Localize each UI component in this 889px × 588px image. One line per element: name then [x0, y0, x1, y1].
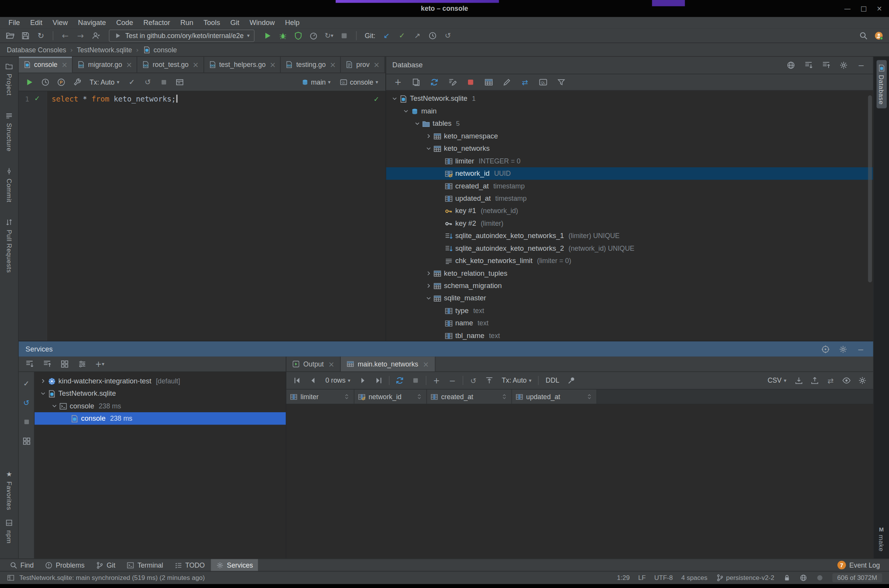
prev-icon[interactable] — [307, 375, 318, 386]
services-tree-row-kind-watcherx-integration-test[interactable]: kind-watcherx-integration-test[default] — [35, 375, 286, 387]
toolwindow-commit-button[interactable]: Commit — [5, 167, 13, 202]
commit-check-icon[interactable]: ✓ — [126, 76, 137, 87]
tab-close-icon[interactable]: × — [328, 360, 335, 368]
parameters-icon[interactable]: P — [56, 76, 67, 87]
pin-icon[interactable] — [566, 375, 577, 386]
menu-help[interactable]: Help — [280, 19, 305, 27]
session-select[interactable]: QLconsole▾ — [337, 78, 380, 86]
toolwindow-services-button[interactable]: Services — [211, 559, 258, 571]
editor-tab-console[interactable]: console× — [19, 57, 73, 72]
scrollbar[interactable] — [868, 95, 872, 283]
tab-close-icon[interactable]: × — [62, 60, 68, 69]
output-tab-output[interactable]: Output× — [286, 356, 341, 371]
user-icon[interactable] — [90, 30, 101, 41]
lock-icon[interactable] — [783, 574, 791, 582]
rollback-blue-icon[interactable]: ↺ — [21, 397, 32, 408]
web-icon[interactable] — [785, 60, 796, 71]
db-tree-row-schema-migration[interactable]: schema_migration — [386, 280, 873, 292]
reload-icon[interactable] — [394, 375, 405, 386]
db-tree-row-created-at[interactable]: created_attimestamp — [386, 180, 873, 192]
wrench-icon[interactable] — [72, 76, 83, 87]
db-tree-row-keto-relation-tuples[interactable]: keto_relation_tuples — [386, 267, 873, 279]
ddl-button[interactable]: DDL — [543, 376, 561, 385]
execute-icon[interactable] — [24, 76, 35, 87]
editor-tab-testing-go[interactable]: GOtesting.go× — [281, 57, 341, 72]
expand-all-icon[interactable] — [24, 358, 35, 370]
profiler-icon[interactable] — [308, 30, 319, 41]
history-icon[interactable] — [40, 76, 51, 87]
chevron-down-icon[interactable] — [423, 144, 433, 153]
next-icon[interactable] — [357, 375, 368, 386]
output-tab-main-keto-networks[interactable]: main.keto_networks× — [341, 356, 435, 371]
minimize-icon[interactable]: — — [844, 5, 851, 12]
sync-status-text[interactable]: TestNetwork.sqlite: main synchronized (5… — [19, 575, 205, 581]
toolwindow-make-button[interactable]: M make — [878, 526, 885, 552]
collapse-all-icon[interactable] — [821, 60, 832, 71]
swap-icon[interactable]: ⇄ — [519, 77, 531, 88]
stop-gray2-icon[interactable] — [410, 375, 421, 386]
breadcrumb-database-consoles[interactable]: Database Consoles — [7, 46, 66, 54]
rerun-icon[interactable]: ↻▾ — [323, 30, 335, 41]
tab-close-icon[interactable]: × — [423, 360, 429, 368]
file-encoding[interactable]: UTF-8 — [654, 575, 673, 581]
toolwindow-project-button[interactable]: Project — [5, 62, 13, 95]
sort-icon[interactable] — [501, 393, 508, 400]
update-icon[interactable]: ↙ — [381, 30, 392, 41]
upload-icon[interactable] — [484, 375, 495, 386]
toolwindow-find-button[interactable]: Find — [5, 559, 39, 571]
add-service-icon[interactable]: +▾ — [94, 358, 105, 370]
editor-tab-prov[interactable]: prov× — [341, 57, 385, 72]
push-icon[interactable]: ↗ — [411, 30, 423, 41]
menu-window[interactable]: Window — [245, 19, 280, 27]
db-tree-row-main[interactable]: main — [386, 105, 873, 117]
chevron-down-icon[interactable] — [49, 402, 59, 410]
add-icon[interactable]: + — [392, 77, 403, 88]
group-icon[interactable] — [59, 358, 70, 370]
sql-editor[interactable]: 1 ✓ select * from keto_networks; ✓ — [19, 91, 386, 341]
run-icon[interactable] — [262, 30, 273, 41]
menu-git[interactable]: Git — [225, 19, 245, 27]
gear-icon[interactable] — [857, 375, 868, 386]
toolwindow-structure-button[interactable]: Structure — [5, 112, 13, 152]
db-tree-row-name[interactable]: nametext — [386, 317, 873, 329]
sort-icon[interactable] — [586, 393, 593, 400]
grid-column-created-at[interactable]: created_at — [427, 390, 512, 404]
services-tree-row-testnetwork-sqlite[interactable]: TestNetwork.sqlite — [35, 387, 286, 400]
open-folder-icon[interactable] — [5, 30, 16, 41]
menu-edit[interactable]: Edit — [25, 19, 47, 27]
maximize-icon[interactable]: □ — [861, 5, 867, 12]
db-tree-row-key-2[interactable]: key #2(limiter) — [386, 217, 873, 230]
first-icon[interactable] — [291, 375, 303, 386]
export-format-select[interactable]: CSV▾ — [765, 376, 789, 385]
output-mode-icon[interactable] — [174, 76, 185, 87]
chevron-down-icon[interactable] — [412, 119, 422, 128]
toolwindow-todo-button[interactable]: TODO — [169, 559, 210, 571]
edit-source-icon[interactable] — [447, 77, 458, 88]
close-icon[interactable]: × — [876, 5, 882, 12]
sort-icon[interactable] — [343, 393, 350, 400]
refresh-icon[interactable] — [429, 77, 440, 88]
search-icon[interactable] — [858, 30, 869, 41]
tab-close-icon[interactable]: × — [270, 60, 276, 69]
toolwindow-pull-requests-button[interactable]: Pull Requests — [5, 218, 13, 273]
edit-icon[interactable] — [501, 77, 512, 88]
services-tree-row-console[interactable]: console238 ms — [35, 412, 286, 425]
line-ending[interactable]: LF — [638, 575, 646, 581]
export-icon[interactable] — [809, 375, 820, 386]
sort-icon[interactable] — [416, 393, 423, 400]
revert-icon[interactable]: ↺ — [468, 375, 479, 386]
breadcrumb-testnetwork-sqlite[interactable]: TestNetwork.sqlite — [77, 46, 132, 54]
target-icon[interactable] — [820, 343, 831, 355]
gear-icon[interactable] — [837, 343, 849, 355]
tab-close-icon[interactable]: × — [193, 60, 199, 69]
breadcrumb-console[interactable]: console — [143, 46, 177, 54]
stop-icon[interactable] — [339, 30, 350, 41]
debug-icon[interactable] — [277, 30, 288, 41]
last-icon[interactable] — [373, 375, 384, 386]
grid-column-limiter[interactable]: limiter — [286, 390, 355, 404]
schema-select[interactable]: main▾ — [298, 78, 333, 86]
menu-refactor[interactable]: Refactor — [138, 19, 175, 27]
rollback-icon[interactable]: ↺ — [142, 76, 153, 87]
db-tree-row-tables[interactable]: tables5 — [386, 117, 873, 130]
data-grid-body[interactable] — [286, 404, 873, 558]
